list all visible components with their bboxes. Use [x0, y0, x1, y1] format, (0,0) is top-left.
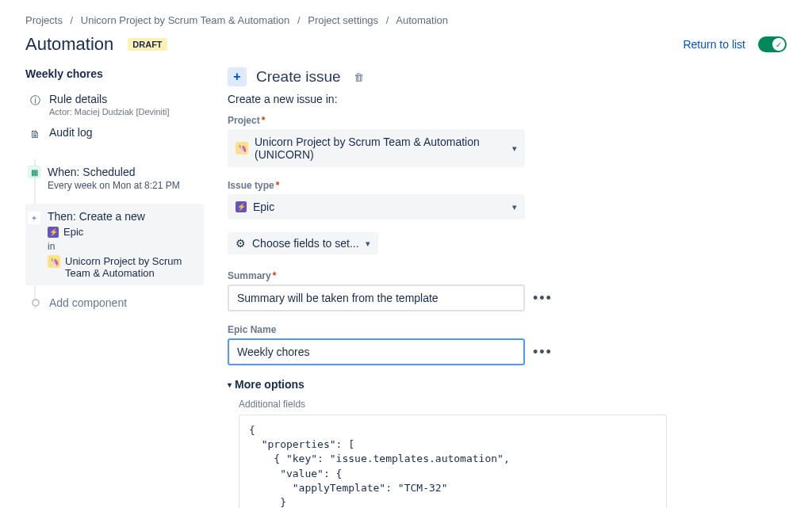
breadcrumb-settings[interactable]: Project settings [308, 14, 378, 26]
breadcrumb: Projects / Unicorn Project by Scrum Team… [0, 0, 812, 32]
check-icon: ✓ [772, 38, 785, 51]
panel-create-issue: + Create issue 🗑 Create a new issue in: … [228, 67, 703, 508]
chevron-down-icon: ▾ [512, 143, 517, 154]
issuetype-select[interactable]: ⚡ Epic ▾ [228, 194, 525, 220]
epic-indicator: ⚡ Epic [48, 226, 83, 238]
breadcrumb-projects[interactable]: Projects [25, 14, 63, 26]
sidebar-audit-log[interactable]: 🗎 Audit log [25, 121, 204, 145]
project-avatar-icon: 🦄 [48, 255, 60, 268]
action-create-issue-selected[interactable]: ＋ Then: Create a new ⚡ Epic in 🦄 Unicorn… [25, 204, 204, 285]
rule-details-label: Rule details [49, 93, 170, 105]
document-icon: 🗎 [29, 128, 41, 140]
when-subtext: Every week on Mon at 8:21 PM [48, 180, 201, 191]
chevron-down-icon: ▾ [366, 239, 370, 249]
rule-name-heading: Weekly chores [25, 67, 204, 80]
additional-fields-json-editor[interactable]: { "properties": [ { "key": "issue.templa… [239, 414, 667, 508]
summary-input[interactable] [228, 285, 525, 311]
epic-name-input[interactable] [228, 338, 525, 365]
choose-fields-button[interactable]: ⚙ Choose fields to set... ▾ [228, 232, 378, 254]
epicname-field-label: Epic Name [228, 324, 703, 335]
trigger-when-scheduled[interactable]: ▦ When: Scheduled Every week on Mon at 8… [25, 159, 204, 197]
breadcrumb-sep: / [386, 14, 389, 26]
chevron-down-icon: ▾ [512, 202, 517, 212]
gear-icon: ⚙ [236, 237, 246, 250]
panel-title: Create issue [256, 68, 341, 86]
then-title: Then: Create a new [48, 210, 197, 223]
panel-subhead: Create a new issue in: [228, 93, 703, 105]
project-avatar-icon: 🦄 [236, 142, 248, 155]
chevron-down-icon: ▾ [228, 380, 232, 389]
actor-text: Actor: Maciej Dudziak [Deviniti] [49, 107, 170, 116]
additional-fields-label: Additional fields [239, 399, 703, 410]
then-project-name: Unicorn Project by Scrum Team & Automati… [65, 255, 197, 279]
sidebar-rule-details[interactable]: ⓘ Rule details Actor: Maciej Dudziak [De… [25, 88, 204, 121]
plus-icon: + [228, 67, 247, 86]
when-title: When: Scheduled [48, 166, 201, 178]
rule-enable-toggle[interactable]: ✓ [758, 36, 787, 52]
return-to-list-link[interactable]: Return to list [683, 38, 745, 51]
rule-sidebar: Weekly chores ⓘ Rule details Actor: Maci… [25, 67, 204, 508]
project-field-label: Project* [228, 115, 703, 126]
summary-more-menu[interactable]: ••• [533, 290, 553, 307]
calendar-icon: ▦ [28, 166, 40, 178]
breadcrumb-project[interactable]: Unicorn Project by Scrum Team & Automati… [81, 14, 290, 26]
issuetype-select-value: Epic [253, 201, 274, 213]
summary-field-label: Summary* [228, 270, 703, 281]
choose-fields-label: Choose fields to set... [252, 237, 359, 250]
breadcrumb-sep: / [297, 14, 301, 26]
breadcrumb-automation[interactable]: Automation [396, 14, 448, 26]
epic-icon: ⚡ [236, 201, 247, 212]
project-select[interactable]: 🦄 Unicorn Project by Scrum Team & Automa… [228, 129, 525, 167]
project-select-value: Unicorn Project by Scrum Team & Automati… [255, 136, 512, 161]
plus-icon: ＋ [28, 212, 40, 224]
add-component-label: Add component [49, 296, 127, 309]
add-component-button[interactable]: Add component [25, 285, 204, 309]
page-header: Automation DRAFT Return to list ✓ [0, 32, 812, 67]
page-title: Automation [25, 34, 113, 55]
more-options-toggle[interactable]: ▾ More options [228, 378, 703, 391]
issuetype-field-label: Issue type* [228, 180, 703, 191]
more-options-label: More options [235, 378, 304, 391]
epic-icon: ⚡ [48, 227, 59, 238]
breadcrumb-sep: / [71, 14, 74, 26]
in-label: in [48, 241, 197, 252]
draft-badge: DRAFT [128, 38, 167, 51]
audit-log-label: Audit log [49, 126, 92, 139]
circle-icon [32, 299, 40, 307]
delete-action-button[interactable]: 🗑 [354, 71, 364, 83]
info-icon: ⓘ [29, 94, 41, 107]
epicname-more-menu[interactable]: ••• [533, 344, 553, 361]
epic-label: Epic [63, 226, 83, 238]
